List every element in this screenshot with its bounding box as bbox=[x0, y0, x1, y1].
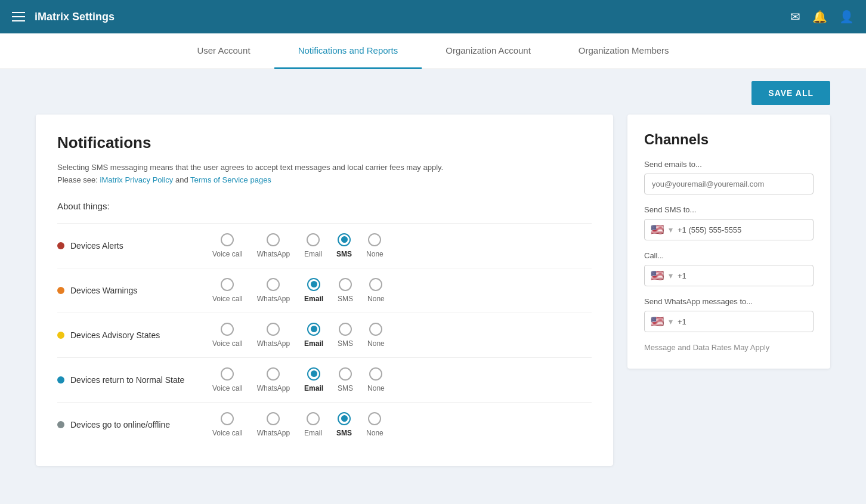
radio-voice-call-devices-warnings[interactable]: Voice call bbox=[212, 278, 243, 303]
radio-circle-vc-norm[interactable] bbox=[221, 367, 234, 381]
radio-label-em-adv-selected: Email bbox=[304, 339, 323, 348]
call-sep: ▾ bbox=[669, 271, 673, 280]
radio-circle-whatsapp[interactable] bbox=[267, 233, 280, 246]
notif-label-devices-normal: Devices return to Normal State bbox=[57, 375, 212, 385]
sms-input-row[interactable]: 🇺🇸 ▾ +1 (555) 555-5555 bbox=[644, 219, 814, 240]
user-icon[interactable]: 👤 bbox=[839, 10, 854, 24]
radio-whatsapp-online-offline[interactable]: WhatsApp bbox=[257, 412, 290, 437]
call-label: Call... bbox=[644, 251, 814, 260]
radio-voice-call-advisory[interactable]: Voice call bbox=[212, 323, 243, 348]
radio-options-devices-normal: Voice call WhatsApp Email SMS bbox=[212, 367, 592, 392]
radio-sms-devices-warnings[interactable]: SMS bbox=[338, 278, 353, 303]
radio-email-online-offline[interactable]: Email bbox=[304, 412, 322, 437]
radio-options-devices-alerts: Voice call WhatsApp Email SMS bbox=[212, 233, 592, 258]
radio-circle-vc-oo[interactable] bbox=[221, 412, 234, 425]
radio-whatsapp-devices-alerts[interactable]: WhatsApp bbox=[257, 233, 290, 258]
hamburger-menu[interactable] bbox=[12, 12, 25, 21]
radio-email-devices-warnings[interactable]: Email bbox=[304, 278, 323, 303]
radio-label-none-norm: None bbox=[367, 384, 385, 392]
radio-circle-none[interactable] bbox=[368, 233, 381, 246]
radio-circle-vc-warn[interactable] bbox=[221, 278, 234, 291]
call-input-row[interactable]: 🇺🇸 ▾ +1 bbox=[644, 265, 814, 286]
radio-circle-em-adv-selected[interactable] bbox=[307, 323, 320, 336]
radio-whatsapp-advisory[interactable]: WhatsApp bbox=[257, 323, 290, 348]
radio-circle-voice-call[interactable] bbox=[221, 233, 234, 246]
radio-voice-call-online-offline[interactable]: Voice call bbox=[212, 412, 243, 437]
radio-label-none-adv: None bbox=[367, 339, 385, 348]
radio-sms-online-offline[interactable]: SMS bbox=[336, 412, 352, 437]
whatsapp-number[interactable]: +1 bbox=[678, 317, 807, 326]
notifications-description: Selecting SMS messaging means that the u… bbox=[57, 162, 592, 187]
tos-link[interactable]: Terms of Service pages bbox=[190, 175, 271, 184]
notif-row-devices-advisory: Devices Advisory States Voice call Whats… bbox=[57, 313, 592, 357]
radio-options-devices-online-offline: Voice call WhatsApp Email SMS bbox=[212, 412, 592, 437]
notif-text-devices-warnings: Devices Warnings bbox=[70, 286, 137, 295]
radio-circle-vc-adv[interactable] bbox=[221, 323, 234, 336]
radio-circle-none-norm[interactable] bbox=[369, 367, 382, 381]
notifications-desc-and: and bbox=[173, 175, 190, 184]
radio-circle-sms-warn[interactable] bbox=[339, 278, 352, 291]
bell-icon[interactable]: 🔔 bbox=[812, 10, 827, 24]
radio-circle-em-warn-selected[interactable] bbox=[307, 278, 320, 291]
save-all-button[interactable]: SAVE ALL bbox=[751, 81, 830, 105]
radio-label-vc-norm: Voice call bbox=[212, 384, 243, 392]
radio-whatsapp-devices-warnings[interactable]: WhatsApp bbox=[257, 278, 290, 303]
notif-text-devices-advisory: Devices Advisory States bbox=[70, 330, 160, 340]
radio-circle-sms-selected[interactable] bbox=[338, 233, 351, 246]
radio-label-email: Email bbox=[304, 250, 322, 258]
radio-email-normal[interactable]: Email bbox=[304, 367, 323, 392]
privacy-policy-link[interactable]: iMatrix Privacy Policy bbox=[100, 175, 174, 184]
notif-text-devices-alerts: Devices Alerts bbox=[70, 241, 123, 251]
radio-voice-call-normal[interactable]: Voice call bbox=[212, 367, 243, 392]
mail-icon[interactable]: ✉ bbox=[790, 10, 800, 24]
sms-sep: ▾ bbox=[669, 225, 673, 234]
call-number[interactable]: +1 bbox=[678, 271, 807, 280]
whatsapp-input-row[interactable]: 🇺🇸 ▾ +1 bbox=[644, 311, 814, 332]
radio-none-normal[interactable]: None bbox=[367, 367, 385, 392]
radio-label-wa-norm: WhatsApp bbox=[257, 384, 290, 392]
radio-circle-none-warn[interactable] bbox=[369, 278, 382, 291]
radio-email-advisory[interactable]: Email bbox=[304, 323, 323, 348]
radio-label-sms-warn: SMS bbox=[338, 295, 353, 303]
radio-none-advisory[interactable]: None bbox=[367, 323, 385, 348]
radio-label-em-oo: Email bbox=[304, 429, 322, 437]
radio-circle-wa-oo[interactable] bbox=[267, 412, 280, 425]
radio-circle-wa-adv[interactable] bbox=[267, 323, 280, 336]
tab-user-account[interactable]: User Account bbox=[173, 33, 274, 69]
radio-label-wa-oo: WhatsApp bbox=[257, 429, 290, 437]
radio-circle-sms-oo-selected[interactable] bbox=[338, 412, 351, 425]
radio-circle-em-norm-selected[interactable] bbox=[307, 367, 320, 381]
radio-circle-sms-adv[interactable] bbox=[339, 323, 352, 336]
radio-whatsapp-normal[interactable]: WhatsApp bbox=[257, 367, 290, 392]
notif-label-devices-alerts: Devices Alerts bbox=[57, 241, 212, 251]
tab-notifications-reports[interactable]: Notifications and Reports bbox=[274, 33, 422, 69]
radio-circle-em-oo[interactable] bbox=[307, 412, 320, 425]
radio-label-voice-call: Voice call bbox=[212, 250, 243, 258]
sms-number[interactable]: +1 (555) 555-5555 bbox=[678, 225, 807, 234]
dot-devices-normal bbox=[57, 376, 64, 384]
radio-none-online-offline[interactable]: None bbox=[366, 412, 383, 437]
notif-label-devices-online-offline: Devices go to online/offline bbox=[57, 420, 212, 429]
tab-organization-account[interactable]: Organization Account bbox=[422, 33, 555, 69]
radio-sms-advisory[interactable]: SMS bbox=[338, 323, 353, 348]
radio-options-devices-advisory: Voice call WhatsApp Email SMS bbox=[212, 323, 592, 348]
radio-circle-none-oo[interactable] bbox=[368, 412, 381, 425]
save-all-row: SAVE ALL bbox=[36, 81, 830, 105]
radio-none-devices-warnings[interactable]: None bbox=[367, 278, 385, 303]
radio-label-none: None bbox=[366, 250, 383, 258]
radio-label-none-oo: None bbox=[366, 429, 383, 437]
radio-voice-call-devices-alerts[interactable]: Voice call bbox=[212, 233, 243, 258]
radio-circle-email[interactable] bbox=[307, 233, 320, 246]
radio-circle-none-adv[interactable] bbox=[369, 323, 382, 336]
radio-sms-normal[interactable]: SMS bbox=[338, 367, 353, 392]
radio-none-devices-alerts[interactable]: None bbox=[366, 233, 383, 258]
email-input[interactable] bbox=[644, 174, 814, 194]
radio-circle-sms-norm[interactable] bbox=[339, 367, 352, 381]
tab-organization-members[interactable]: Organization Members bbox=[555, 33, 693, 69]
radio-circle-wa-warn[interactable] bbox=[267, 278, 280, 291]
notif-label-devices-advisory: Devices Advisory States bbox=[57, 330, 212, 340]
call-flag: 🇺🇸 bbox=[651, 269, 664, 282]
radio-sms-devices-alerts[interactable]: SMS bbox=[336, 233, 352, 258]
radio-circle-wa-norm[interactable] bbox=[267, 367, 280, 381]
radio-email-devices-alerts[interactable]: Email bbox=[304, 233, 322, 258]
